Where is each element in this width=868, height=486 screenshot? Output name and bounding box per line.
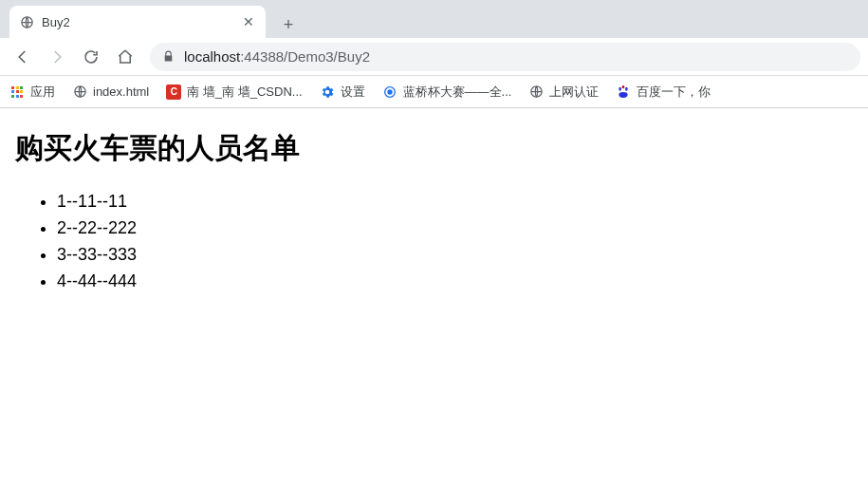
toolbar: localhost:44388/Demo3/Buy2 <box>0 38 868 76</box>
address-bar[interactable]: localhost:44388/Demo3/Buy2 <box>150 43 860 71</box>
lock-icon <box>161 50 175 64</box>
url-path: /Demo3/Buy2 <box>284 48 370 65</box>
svg-point-7 <box>622 85 625 88</box>
globe-icon <box>19 14 34 29</box>
bookmark-label: 蓝桥杯大赛——全... <box>403 84 512 101</box>
svg-point-3 <box>388 90 392 94</box>
bookmark-label: 上网认证 <box>549 84 599 101</box>
baidu-icon <box>616 84 631 100</box>
url-host: localhost <box>184 48 240 65</box>
list-item: 2--22--222 <box>57 215 853 242</box>
bookmark-label: 设置 <box>341 84 365 101</box>
globe-icon <box>72 84 87 100</box>
apps-icon <box>9 84 25 100</box>
bookmarks-bar: 应用 index.html C 南 墙_南 墙_CSDN... 设置 蓝桥杯大赛… <box>0 76 868 108</box>
url-text: localhost:44388/Demo3/Buy2 <box>184 48 370 65</box>
home-button[interactable] <box>110 42 140 72</box>
svg-point-5 <box>619 86 622 90</box>
list-item: 3--33--333 <box>57 242 853 269</box>
close-icon[interactable]: ✕ <box>241 14 256 29</box>
reload-button[interactable] <box>76 42 106 72</box>
gear-icon <box>320 84 335 100</box>
page-title: 购买火车票的人员名单 <box>15 129 853 168</box>
bookmark-label: 百度一下，你 <box>637 84 711 101</box>
bookmark-label: 应用 <box>30 84 55 101</box>
url-port: :44388 <box>240 48 284 65</box>
browser-tab[interactable]: Buy2 ✕ <box>9 6 266 38</box>
bookmark-label: 南 墙_南 墙_CSDN... <box>187 84 302 101</box>
forward-button[interactable] <box>42 42 72 72</box>
bookmark-label: index.html <box>93 84 149 99</box>
bookmark-baidu[interactable]: 百度一下，你 <box>616 84 711 101</box>
tab-title: Buy2 <box>42 15 233 29</box>
list-item: 4--44--444 <box>57 269 853 295</box>
svg-point-6 <box>625 86 628 90</box>
bookmark-csdn[interactable]: C 南 墙_南 墙_CSDN... <box>166 84 302 101</box>
person-list: 1--11--11 2--22--222 3--33--333 4--44--4… <box>15 189 853 295</box>
bookmark-lanqiao[interactable]: 蓝桥杯大赛——全... <box>382 84 512 101</box>
new-tab-button[interactable]: + <box>275 11 302 38</box>
bookmark-index[interactable]: index.html <box>72 84 149 100</box>
bookmark-apps[interactable]: 应用 <box>9 84 55 101</box>
page-content: 购买火车票的人员名单 1--11--11 2--22--222 3--33--3… <box>0 108 868 316</box>
csdn-icon: C <box>166 84 181 100</box>
back-button[interactable] <box>8 42 38 72</box>
globe-icon <box>528 84 544 100</box>
list-item: 1--11--11 <box>57 189 853 215</box>
tab-strip: Buy2 ✕ + <box>0 0 868 38</box>
bookmark-settings[interactable]: 设置 <box>320 84 365 101</box>
bookmark-auth[interactable]: 上网认证 <box>528 84 599 101</box>
lanqiao-icon <box>382 84 397 100</box>
